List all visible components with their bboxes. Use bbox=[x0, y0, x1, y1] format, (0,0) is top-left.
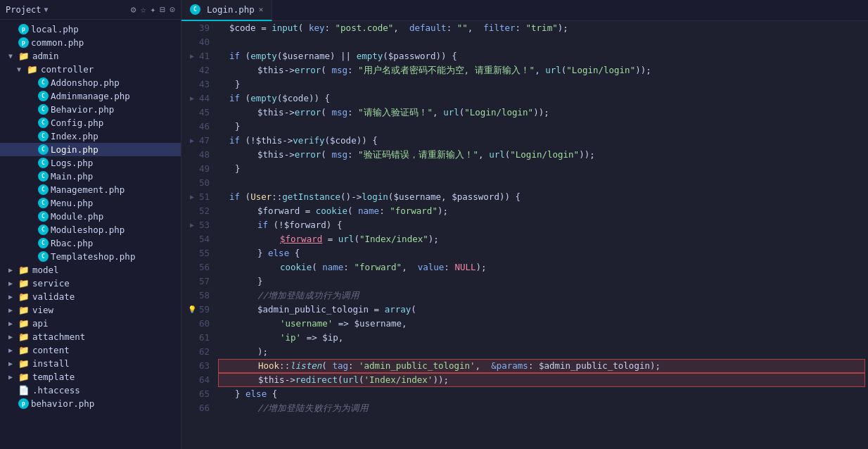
arrow-icon: ▶ bbox=[8, 320, 18, 327]
folder-icon: 📁 bbox=[18, 291, 30, 302]
sidebar-item-rbac[interactable]: C Rbac.php bbox=[0, 236, 181, 250]
add-icon[interactable]: ☆ bbox=[141, 4, 146, 15]
gutter-fold-41[interactable]: ▶ bbox=[188, 49, 196, 63]
folder-icon: 📁 bbox=[18, 278, 30, 289]
arrow-icon: ▶ bbox=[8, 279, 18, 287]
sidebar-item-login[interactable]: C Login.php bbox=[0, 143, 181, 156]
num-55: 55 bbox=[199, 246, 210, 260]
sidebar-item-main[interactable]: C Main.php bbox=[0, 170, 181, 183]
sidebar-item-index[interactable]: C Index.php bbox=[0, 129, 181, 143]
sidebar-item-install[interactable]: ▶ 📁 install bbox=[0, 357, 181, 370]
line-num-49: 49 bbox=[187, 162, 210, 176]
collapse-icon[interactable]: ⊟ bbox=[160, 4, 165, 15]
sidebar-item-logs[interactable]: C Logs.php bbox=[0, 156, 181, 170]
settings-icon[interactable]: ⚙ bbox=[131, 4, 136, 15]
sidebar-item-admin[interactable]: ▼ 📁 admin bbox=[0, 49, 181, 63]
num-57: 57 bbox=[199, 274, 210, 289]
sidebar-item-menu[interactable]: C Menu.php bbox=[0, 196, 181, 210]
line-num-51: ▶ 51 bbox=[187, 190, 210, 204]
bulb-icon-59[interactable]: 💡 bbox=[188, 303, 196, 317]
code-line-40 bbox=[218, 35, 865, 49]
sidebar-item-local-php[interactable]: p local.php bbox=[0, 23, 181, 36]
sidebar-item-behavior-php[interactable]: p behavior.php bbox=[0, 397, 181, 410]
code-line-65: } else { bbox=[218, 387, 865, 401]
sidebar-item-api[interactable]: ▶ 📁 api bbox=[0, 317, 181, 330]
code-line-60: 'username' => $username , bbox=[218, 317, 865, 331]
code-line-44: if ( empty ( $code )) { bbox=[218, 91, 865, 106]
line-num-59: 💡 59 bbox=[187, 303, 210, 317]
num-64: 64 bbox=[199, 373, 210, 387]
num-60: 60 bbox=[199, 317, 210, 331]
line-num-58: 58 bbox=[187, 289, 210, 303]
c-php-icon: C bbox=[38, 91, 49, 101]
refresh-icon[interactable]: ✦ bbox=[151, 4, 156, 15]
code-line-42: $this -> error ( msg : "用户名或者密码不能为空, 请重新… bbox=[218, 63, 865, 77]
folder-label: install bbox=[32, 358, 178, 369]
sidebar-item-view[interactable]: ▶ 📁 view bbox=[0, 303, 181, 317]
arrow-icon: ▶ bbox=[8, 333, 18, 341]
sidebar-item-addonshop[interactable]: C Addonshop.php bbox=[0, 76, 181, 89]
sidebar-item-module[interactable]: C Module.php bbox=[0, 210, 181, 223]
gutter-fold-51[interactable]: ▶ bbox=[188, 190, 196, 204]
code-lines: $code = input ( key : "post.code" , defa… bbox=[215, 21, 868, 449]
folder-label: content bbox=[32, 345, 178, 355]
folder-label: attachment bbox=[32, 331, 178, 342]
tab-login-php[interactable]: C Login.php ✕ bbox=[181, 0, 272, 21]
line-num-60: 60 bbox=[187, 317, 210, 331]
num-47: 47 bbox=[199, 134, 210, 148]
code-line-63: Hook :: listen ( tag : 'admin_public_tol… bbox=[218, 359, 865, 373]
arrow-icon: ▶ bbox=[8, 360, 18, 367]
file-icon: p bbox=[18, 37, 29, 48]
arrow-icon: ▶ bbox=[8, 373, 18, 381]
sidebar-item-htaccess[interactable]: 📄 .htaccess bbox=[0, 384, 181, 397]
sidebar-item-config[interactable]: C Config.php bbox=[0, 116, 181, 129]
gutter-fold-47[interactable]: ▶ bbox=[188, 134, 196, 148]
file-label: Module.php bbox=[51, 211, 178, 222]
arrow-icon: ▶ bbox=[8, 293, 18, 301]
sidebar-item-validate[interactable]: ▶ 📁 validate bbox=[0, 290, 181, 303]
sidebar-item-templateshop[interactable]: C Templateshop.php bbox=[0, 250, 181, 263]
code-line-50 bbox=[218, 176, 865, 190]
tab-close-button[interactable]: ✕ bbox=[259, 5, 264, 14]
file-label: Templateshop.php bbox=[51, 251, 178, 262]
code-line-64: $this -> redirect ( url ( 'Index/index' … bbox=[218, 373, 865, 387]
file-label: Adminmanage.php bbox=[51, 91, 178, 101]
gutter-fold-53[interactable]: ▶ bbox=[188, 218, 196, 232]
code-line-62: ); bbox=[218, 345, 865, 359]
tab-bar: C Login.php ✕ bbox=[181, 0, 868, 21]
sidebar-item-content[interactable]: ▶ 📁 content bbox=[0, 343, 181, 357]
code-line-53: if (! $forward ) { bbox=[218, 218, 865, 232]
num-62: 62 bbox=[199, 345, 210, 359]
folder-icon: 📁 bbox=[18, 372, 30, 382]
num-58: 58 bbox=[199, 289, 210, 303]
arrow-icon: ▼ bbox=[8, 52, 18, 60]
c-php-icon: C bbox=[38, 104, 49, 115]
file-label: Menu.php bbox=[51, 198, 178, 208]
code-line-54: $forward = url ( "Index/index" ) ; bbox=[218, 232, 865, 246]
gutter-fold-44[interactable]: ▶ bbox=[188, 91, 196, 106]
line-num-41: ▶ 41 bbox=[187, 49, 210, 63]
sidebar-item-moduleshop[interactable]: C Moduleshop.php bbox=[0, 223, 181, 236]
sidebar-item-service[interactable]: ▶ 📁 service bbox=[0, 277, 181, 290]
num-44: 44 bbox=[199, 91, 210, 106]
c-php-icon: C bbox=[38, 211, 49, 222]
sidebar-item-management[interactable]: C Management.php bbox=[0, 183, 181, 196]
file-label: common.php bbox=[31, 37, 178, 48]
line-num-44: ▶ 44 bbox=[187, 91, 210, 106]
more-icon[interactable]: ⊙ bbox=[170, 4, 175, 15]
arrow-icon: ▶ bbox=[8, 266, 18, 274]
num-59: 59 bbox=[199, 303, 210, 317]
sidebar-item-controller[interactable]: ▼ 📁 controller bbox=[0, 63, 181, 76]
sidebar-item-adminmanage[interactable]: C Adminmanage.php bbox=[0, 89, 181, 103]
line-numbers: 39 40 ▶ 41 42 43 ▶ 44 bbox=[181, 21, 215, 449]
c-php-icon: C bbox=[38, 158, 49, 168]
file-label: local.php bbox=[31, 24, 178, 34]
folder-label: view bbox=[32, 305, 178, 315]
sidebar-item-behavior[interactable]: C Behavior.php bbox=[0, 103, 181, 116]
sidebar-item-model[interactable]: ▶ 📁 model bbox=[0, 263, 181, 277]
line-num-53: ▶ 53 bbox=[187, 218, 210, 232]
sidebar-item-attachment[interactable]: ▶ 📁 attachment bbox=[0, 330, 181, 343]
sidebar-item-common-php[interactable]: p common.php bbox=[0, 36, 181, 49]
sidebar-item-template[interactable]: ▶ 📁 template bbox=[0, 370, 181, 384]
num-40: 40 bbox=[199, 35, 210, 49]
